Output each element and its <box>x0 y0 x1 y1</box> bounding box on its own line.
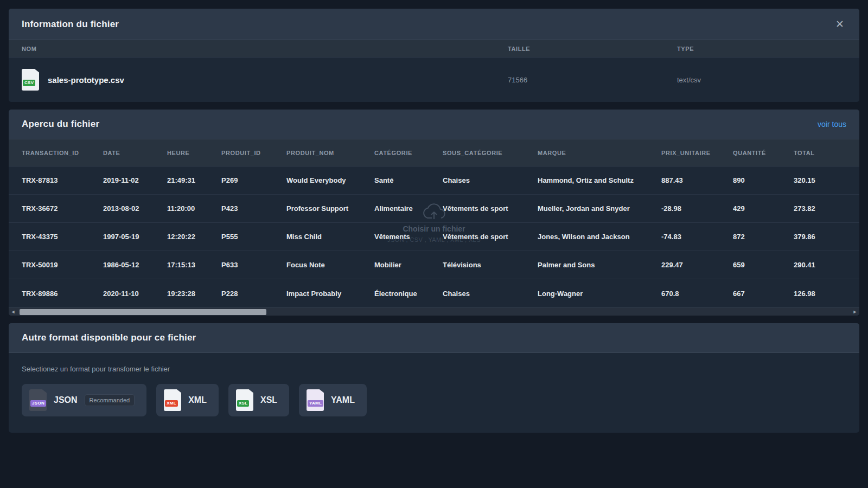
table-cell: TRX-87813 <box>22 176 103 184</box>
table-cell: -74.83 <box>661 233 733 241</box>
table-cell: 11:20:00 <box>167 204 221 213</box>
format-option-button[interactable]: XML XML <box>156 384 219 416</box>
scroll-left-arrow[interactable]: ◄ <box>9 308 17 316</box>
table-row: TRX-43375 1997-05-19 12:20:22 P555 Miss … <box>9 223 859 251</box>
format-options: JSON JSON Recommanded XML XML XSL <box>22 384 846 416</box>
column-header: HEURE <box>167 150 221 156</box>
table-cell: 887.43 <box>661 176 733 184</box>
table-cell: P633 <box>221 261 286 269</box>
file-preview-panel: Apercu du fichier voir tous TRANSACTION_… <box>9 110 859 316</box>
column-header: SOUS_CATÉGORIE <box>443 150 538 156</box>
csv-file-icon: CSV <box>22 69 39 91</box>
formats-header: Autre format disponible pour ce fichier <box>9 323 859 353</box>
column-header: TRANSACTION_ID <box>22 150 103 156</box>
column-header: TOTAL <box>794 150 859 156</box>
table-cell: Focus Note <box>286 261 374 269</box>
table-cell: 126.98 <box>794 290 859 298</box>
table-cell: Long-Wagner <box>538 290 661 298</box>
table-cell: 1997-05-19 <box>103 233 167 241</box>
table-cell: P269 <box>221 176 286 184</box>
format-option-button[interactable]: JSON JSON Recommanded <box>22 384 146 416</box>
table-cell: Professor Support <box>286 204 374 213</box>
table-cell: Mobilier <box>374 261 443 269</box>
file-name-cell: CSV sales-prototype.csv <box>22 69 508 91</box>
format-option-button[interactable]: XSL XSL <box>228 384 289 416</box>
table-row: TRX-50019 1986-05-12 17:15:13 P633 Focus… <box>9 251 859 279</box>
format-file-icon: XML <box>164 389 181 411</box>
table-cell: Santé <box>374 176 443 184</box>
table-cell: 2019-11-02 <box>103 176 167 184</box>
table-cell: P555 <box>221 233 286 241</box>
table-cell: 17:15:13 <box>167 261 221 269</box>
file-size: 71566 <box>508 76 677 84</box>
file-info-column-headers: NOMTAILLETYPE <box>9 40 859 57</box>
table-cell: TRX-36672 <box>22 204 103 213</box>
format-label: XML <box>188 395 207 405</box>
file-info-title: Information du fichier <box>22 19 119 30</box>
table-row: TRX-36672 2013-08-02 11:20:00 P423 Profe… <box>9 195 859 223</box>
format-option-button[interactable]: YAML YAML <box>299 384 367 416</box>
table-row: TRX-87813 2019-11-02 21:49:31 P269 Would… <box>9 166 859 195</box>
table-cell: TRX-43375 <box>22 233 103 241</box>
formats-subtitle: Selectionez un format pour transfomer le… <box>22 365 846 373</box>
table-cell: 320.15 <box>794 176 859 184</box>
table-cell: Vêtements de sport <box>443 204 538 213</box>
column-header: DATE <box>103 150 167 156</box>
table-cell: Miss Child <box>286 233 374 241</box>
table-cell: Vêtements de sport <box>443 233 538 241</box>
column-header: QUANTITÉ <box>733 150 794 156</box>
table-cell: 273.82 <box>794 204 859 213</box>
column-header: TAILLE <box>508 46 677 52</box>
table-cell: 659 <box>733 261 794 269</box>
table-cell: -28.98 <box>661 204 733 213</box>
scrollbar-thumb[interactable] <box>20 309 266 315</box>
column-header: CATÉGORIE <box>374 150 443 156</box>
table-cell: 872 <box>733 233 794 241</box>
see-all-link[interactable]: voir tous <box>818 120 846 129</box>
table-cell: Vêtements <box>374 233 443 241</box>
table-cell: Impact Probably <box>286 290 374 298</box>
recommended-badge: Recommanded <box>85 394 135 406</box>
format-label: YAML <box>331 395 355 405</box>
format-icon-label: JSON <box>30 400 46 407</box>
format-file-icon: YAML <box>307 389 324 411</box>
format-file-icon: XSL <box>236 389 253 411</box>
column-header: PRIX_UNITAIRE <box>661 150 733 156</box>
table-cell: Chaises <box>443 176 538 184</box>
format-icon-label: YAML <box>308 400 323 407</box>
table-cell: 12:20:22 <box>167 233 221 241</box>
format-label: XSL <box>260 395 277 405</box>
table-cell: 2013-08-02 <box>103 204 167 213</box>
table-cell: TRX-50019 <box>22 261 103 269</box>
table-cell: Alimentaire <box>374 204 443 213</box>
table-cell: 21:49:31 <box>167 176 221 184</box>
close-icon[interactable]: ✕ <box>833 18 846 30</box>
table-cell: P423 <box>221 204 286 213</box>
file-info-panel: Information du fichier ✕ NOMTAILLETYPE C… <box>9 9 859 102</box>
file-type: text/csv <box>677 76 859 84</box>
column-header: PRODUIT_ID <box>221 150 286 156</box>
table-row: TRX-89886 2020-11-10 19:23:28 P228 Impac… <box>9 279 859 307</box>
table-cell: 379.86 <box>794 233 859 241</box>
preview-column-headers: TRANSACTION_IDDATEHEUREPRODUIT_IDPRODUIT… <box>9 139 859 166</box>
table-cell: Chaises <box>443 290 538 298</box>
column-header: PRODUIT_NOM <box>286 150 374 156</box>
file-name: sales-prototype.csv <box>48 75 124 85</box>
table-cell: 1986-05-12 <box>103 261 167 269</box>
format-icon-label: XSL <box>237 400 249 407</box>
table-cell: Hammond, Ortiz and Schultz <box>538 176 661 184</box>
table-cell: Palmer and Sons <box>538 261 661 269</box>
format-label: JSON <box>54 395 78 405</box>
table-cell: 290.41 <box>794 261 859 269</box>
column-header: TYPE <box>677 46 859 52</box>
formats-panel: Autre format disponible pour ce fichier … <box>9 323 859 433</box>
scroll-right-arrow[interactable]: ► <box>851 308 859 316</box>
table-cell: Télévisions <box>443 261 538 269</box>
format-icon-label: XML <box>165 400 178 407</box>
preview-table-body: TRX-87813 2019-11-02 21:49:31 P269 Would… <box>9 166 859 307</box>
table-cell: 890 <box>733 176 794 184</box>
table-cell: 229.47 <box>661 261 733 269</box>
scrollbar-track[interactable] <box>17 308 851 316</box>
horizontal-scrollbar[interactable]: ◄ ► <box>9 307 859 316</box>
table-cell: Jones, Wilson and Jackson <box>538 233 661 241</box>
